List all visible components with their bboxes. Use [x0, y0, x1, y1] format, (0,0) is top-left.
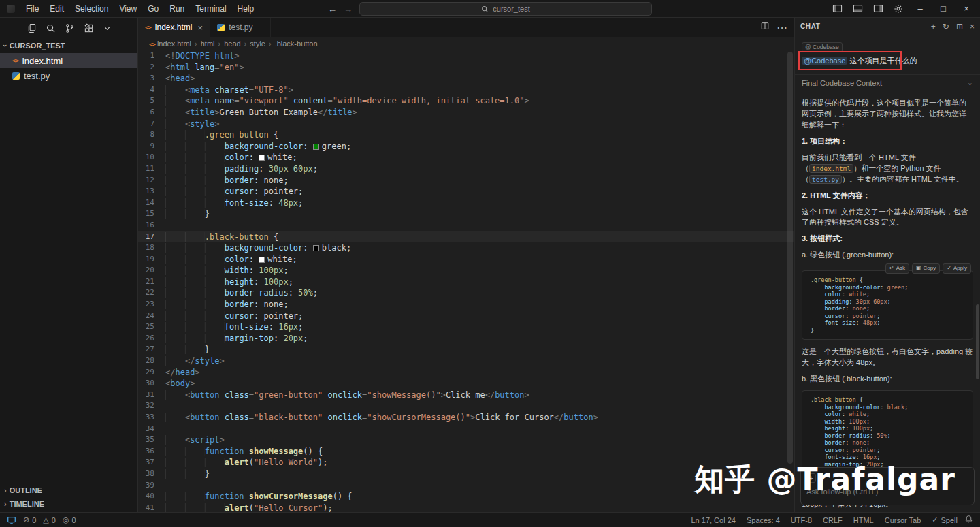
line-content: <body> — [165, 378, 195, 389]
explorer-folder-header[interactable]: › CURSOR_TEST — [0, 38, 137, 53]
chat-paragraph: b. 黑色按钮 (.black-button): — [802, 374, 973, 385]
line-number: 26 — [138, 333, 165, 345]
code-line: 12 border: none; — [138, 175, 794, 187]
panel-timeline[interactable]: ›TIMELINE — [0, 497, 137, 511]
warning-icon: △ — [43, 515, 48, 524]
menu-run[interactable]: Run — [164, 0, 190, 18]
breadcrumb-label: style — [250, 39, 265, 48]
panel-outline[interactable]: ›OUTLINE — [0, 483, 137, 497]
chat-scrollbar-thumb[interactable] — [976, 304, 979, 379]
notifications-bell-icon[interactable] — [964, 515, 973, 525]
toggle-sidebar-icon[interactable] — [829, 1, 845, 16]
chat-paragraph: 根据提供的代码片段，这个项目似乎是一个简单的网页示例，主要展示了两种按钮样式。让… — [802, 98, 973, 131]
remote-indicator-icon[interactable] — [7, 515, 16, 525]
tab-bar: <>index.html×test.py× ⋯ — [138, 18, 794, 37]
code-line: 31 <button class="green-button" onclick=… — [138, 389, 794, 401]
toggle-panel-icon[interactable] — [849, 1, 866, 16]
code-block-toolbar: ↵Ask▣Copy✓Apply — [885, 264, 971, 274]
chevron-right-icon: › — [218, 39, 221, 48]
popout-icon[interactable]: ⊞ — [956, 22, 963, 31]
breadcrumb-item[interactable]: style — [250, 39, 265, 48]
source-control-icon[interactable] — [65, 23, 75, 33]
line-content: alert("Hello World"); — [165, 457, 327, 468]
extensions-icon[interactable] — [84, 23, 94, 33]
tab-close-icon[interactable]: × — [198, 22, 203, 33]
line-number: 23 — [138, 299, 165, 310]
line-content: cursor: pointer; — [165, 310, 303, 322]
line-number: 16 — [138, 220, 165, 231]
files-icon[interactable] — [27, 23, 37, 33]
status-indentation[interactable]: Spaces: 4 — [747, 516, 780, 524]
new-chat-icon[interactable]: + — [931, 22, 936, 31]
status-language-mode[interactable]: HTML — [853, 516, 874, 524]
line-content: <!DOCTYPE html> — [165, 50, 239, 62]
breadcrumb-item[interactable]: html — [201, 39, 215, 48]
breadcrumb-item[interactable]: head — [224, 39, 240, 48]
settings-gear-icon[interactable] — [890, 1, 906, 16]
code-line: 41 alert("Hello Cursor"); — [138, 502, 794, 512]
status-cursor-position[interactable]: Ln 17, Col 24 — [691, 516, 735, 524]
menu-help[interactable]: Help — [232, 0, 260, 18]
line-content: <meta name="viewport" content="width=dev… — [165, 95, 529, 107]
line-number: 7 — [138, 118, 165, 130]
toggle-secondary-sidebar-icon[interactable] — [870, 1, 886, 16]
close-window-button[interactable]: × — [957, 1, 976, 17]
code-line: 14 font-size: 48px; — [138, 197, 794, 209]
chat-paragraph: a. 绿色按钮 (.green-button): — [802, 250, 973, 261]
final-codebase-context-row[interactable]: Final Codebase Context ⌄ — [795, 74, 980, 91]
menu-terminal[interactable]: Terminal — [190, 0, 231, 18]
back-arrow-icon[interactable]: ← — [328, 4, 337, 14]
file-item-test.py[interactable]: test.py — [0, 68, 137, 83]
status-cursor-tab[interactable]: Cursor Tab — [885, 516, 921, 524]
command-center-search[interactable]: cursor_test — [359, 2, 652, 16]
tab-test.py[interactable]: test.py× — [210, 18, 271, 37]
status-eol[interactable]: CRLF — [823, 516, 843, 524]
line-content: </style> — [165, 355, 225, 367]
line-number: 35 — [138, 434, 165, 446]
status-ports[interactable]: ◎0 — [63, 515, 76, 524]
split-editor-icon[interactable] — [760, 21, 770, 33]
copy-button[interactable]: ▣Copy — [912, 264, 940, 274]
menu-file[interactable]: File — [20, 0, 44, 18]
chevron-right-icon: › — [4, 486, 7, 494]
code-line: 25 font-size: 16px; — [138, 321, 794, 333]
apply-button[interactable]: ✓Apply — [943, 264, 971, 274]
inline-code: index.html — [809, 164, 853, 173]
python-file-icon — [12, 72, 20, 80]
file-item-index.html[interactable]: <>index.html — [0, 53, 137, 68]
menu-view[interactable]: View — [114, 0, 142, 18]
editor-scrollbar[interactable] — [787, 52, 793, 495]
more-actions-icon[interactable]: ⋯ — [777, 21, 787, 34]
menu-edit[interactable]: Edit — [44, 0, 69, 18]
apply-icon: ✓ — [947, 265, 951, 272]
maximize-button[interactable]: □ — [934, 1, 953, 17]
line-content: function showCursorMessage() { — [165, 491, 353, 502]
line-number: 41 — [138, 502, 165, 512]
line-content: alert("Hello Cursor"); — [165, 502, 333, 512]
line-content: } — [165, 468, 210, 480]
line-number: 25 — [138, 321, 165, 333]
status-spell[interactable]: ✓Spell — [932, 515, 958, 524]
status-problems-errors[interactable]: ⊘0 — [23, 515, 36, 524]
search-sidebar-icon[interactable] — [46, 23, 56, 33]
app-logo-icon — [7, 5, 15, 13]
status-problems-warnings[interactable]: △0 — [43, 515, 56, 524]
forward-arrow-icon[interactable]: → — [344, 4, 353, 14]
breadcrumb-item[interactable]: <> index.html — [149, 39, 191, 48]
status-encoding[interactable]: UTF-8 — [791, 516, 812, 524]
code-line: 8 .green-button { — [138, 129, 794, 141]
breadcrumb-label: .black-button — [275, 39, 318, 48]
line-number: 40 — [138, 491, 165, 502]
minimize-button[interactable]: – — [911, 1, 930, 17]
menu-selection[interactable]: Selection — [69, 0, 114, 18]
history-icon[interactable]: ↻ — [943, 22, 949, 31]
chevron-down-icon[interactable] — [103, 24, 112, 33]
breadcrumb-item[interactable]: .black-button — [275, 39, 318, 48]
code-editor[interactable]: 1<!DOCTYPE html>2<html lang="en">3<head>… — [138, 50, 794, 512]
menu-go[interactable]: Go — [142, 0, 164, 18]
ask-button[interactable]: ↵Ask — [885, 264, 909, 274]
scrollbar-thumb[interactable] — [787, 52, 793, 464]
close-icon[interactable]: × — [970, 22, 975, 31]
line-number: 34 — [138, 424, 165, 435]
tab-index.html[interactable]: <>index.html× — [138, 18, 210, 37]
